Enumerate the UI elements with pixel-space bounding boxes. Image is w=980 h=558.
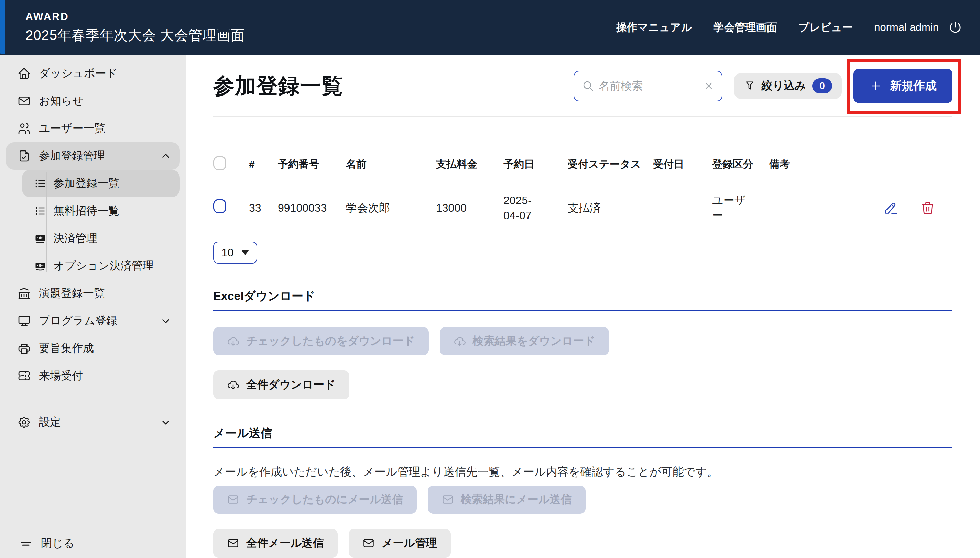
sidebar-item-registration-mgmt[interactable]: 参加登録管理 [6, 142, 180, 170]
mail-icon [17, 94, 31, 108]
select-all-checkbox[interactable] [213, 156, 226, 171]
download-checked-label: チェックしたものをダウンロード [246, 334, 415, 349]
col-name: 名前 [346, 141, 436, 185]
home-icon [17, 67, 31, 80]
left-accent-bar [0, 0, 5, 54]
filter-label: 絞り込み [762, 78, 806, 94]
search-input[interactable] [599, 80, 698, 92]
cloud-download-icon [227, 335, 239, 347]
col-reserved-date: 予約日 [503, 141, 568, 185]
chevron-up-icon [160, 150, 172, 162]
list-icon [34, 205, 46, 217]
cell-name: 学会次郎 [346, 185, 436, 231]
table-row: 33 99100033 学会次郎 13000 2025-04-07 支払済 ユー… [213, 185, 952, 231]
page-size-select[interactable]: 10 [213, 241, 257, 264]
sidebar-item-users[interactable]: ユーザー一覧 [6, 115, 180, 142]
sidebar-item-label: 参加登録管理 [39, 148, 105, 164]
funnel-icon [744, 80, 755, 92]
create-label: 新規作成 [890, 78, 937, 94]
mail-icon [227, 537, 239, 550]
col-number: # [249, 141, 278, 185]
cash-icon [34, 232, 46, 245]
mail-all-button[interactable]: 全件メール送信 [213, 529, 338, 558]
sidebar-tree-line [46, 172, 47, 272]
mail-search-label: 検索結果にメール送信 [461, 492, 572, 507]
cell-number: 33 [249, 185, 278, 231]
cell-accepted-date [653, 185, 712, 231]
sidebar-subitem-label: 決済管理 [53, 231, 97, 246]
table-header-row: # 予約番号 名前 支払料金 予約日 受付ステータス 受付日 登録区分 備考 [213, 141, 952, 185]
header-nav: 操作マニュアル 学会管理画面 プレビュー normal admin [616, 20, 963, 35]
controls: 絞り込み 0 新規作成 [574, 69, 953, 103]
mail-icon [362, 537, 375, 550]
bank-icon [17, 287, 31, 300]
sidebar-subitem-payment-mgmt[interactable]: 決済管理 [22, 225, 180, 252]
sidebar-item-notices[interactable]: お知らせ [6, 87, 180, 115]
filter-count-badge: 0 [812, 78, 832, 94]
title-row: 参加登録一覧 絞り込み 0 [213, 69, 952, 103]
main-content: 参加登録一覧 絞り込み 0 [186, 55, 980, 558]
sidebar-subitem-free-invite-list[interactable]: 無料招待一覧 [22, 197, 180, 225]
brand-logo: AWARD [25, 11, 245, 22]
col-status: 受付ステータス [568, 141, 653, 185]
mail-manage-button[interactable]: メール管理 [349, 529, 451, 558]
sidebar-item-label: お知らせ [39, 94, 84, 108]
gear-icon [17, 415, 31, 429]
filter-button[interactable]: 絞り込み 0 [734, 73, 842, 99]
mail-checked-label: チェックしたものにメール送信 [246, 492, 403, 507]
excel-all-row: 全件ダウンロード [213, 370, 952, 399]
list-icon [34, 177, 46, 190]
mail-manage-label: メール管理 [381, 536, 437, 551]
sidebar-subitem-option-payment-mgmt[interactable]: オプション決済管理 [22, 252, 180, 280]
edit-icon[interactable] [883, 200, 899, 216]
ticket-icon [17, 369, 31, 383]
mail-all-label: 全件メール送信 [246, 536, 324, 551]
sidebar-item-label: 設定 [39, 415, 61, 430]
create-button[interactable]: 新規作成 [853, 69, 952, 103]
mail-actions-row: 全件メール送信 メール管理 [213, 529, 952, 558]
sidebar-item-dashboard[interactable]: ダッシュボード [6, 60, 180, 87]
user-name: normal admin [874, 21, 939, 34]
search-icon [582, 80, 594, 92]
app-title: 2025年春季年次大会 大会管理画面 [25, 26, 245, 45]
excel-section-title: Excelダウンロード [213, 288, 952, 311]
download-all-button[interactable]: 全件ダウンロード [213, 370, 349, 399]
col-category: 登録区分 [712, 141, 769, 185]
chevron-down-icon [160, 417, 172, 428]
clear-search-icon[interactable] [703, 80, 714, 91]
user-area: normal admin [874, 20, 963, 35]
sidebar-item-presentation-list[interactable]: 演題登録一覧 [6, 280, 180, 307]
sidebar-collapse-button[interactable]: 閉じる [0, 530, 186, 557]
col-reservation-no: 予約番号 [278, 141, 346, 185]
cell-reservation-no: 99100033 [278, 185, 346, 231]
sidebar-item-settings[interactable]: 設定 [6, 409, 180, 436]
mail-icon [442, 493, 454, 506]
cell-category: ユーザー [712, 185, 769, 231]
sidebar: ダッシュボード お知らせ ユーザー一覧 参加登録管理 [0, 55, 186, 558]
users-icon [17, 121, 31, 135]
chevron-down-icon [160, 315, 172, 327]
title-divider [213, 116, 952, 117]
sidebar-item-label: ダッシュボード [39, 66, 118, 81]
nav-society-admin[interactable]: 学会管理画面 [713, 20, 777, 35]
registration-table: # 予約番号 名前 支払料金 予約日 受付ステータス 受付日 登録区分 備考 3… [213, 141, 952, 231]
sidebar-collapse-label: 閉じる [41, 536, 75, 551]
sidebar-subitem-registration-list[interactable]: 参加登録一覧 [22, 170, 180, 197]
nav-operation-manual[interactable]: 操作マニュアル [616, 20, 692, 35]
col-payment: 支払料金 [436, 141, 503, 185]
brand: AWARD 2025年春季年次大会 大会管理画面 [25, 11, 245, 45]
power-icon[interactable] [948, 20, 963, 35]
row-actions [814, 200, 952, 216]
sidebar-item-onsite-reception[interactable]: 来場受付 [6, 362, 180, 390]
delete-icon[interactable] [920, 200, 935, 215]
sidebar-item-program-registration[interactable]: プログラム登録 [6, 307, 180, 335]
sidebar-item-abstract-book[interactable]: 要旨集作成 [6, 335, 180, 362]
create-wrap: 新規作成 [853, 69, 952, 103]
nav-preview[interactable]: プレビュー [798, 20, 853, 35]
sidebar-item-label: 演題登録一覧 [39, 286, 105, 301]
sidebar-item-label: 要旨集作成 [39, 341, 94, 356]
sidebar-subitem-label: 参加登録一覧 [53, 176, 119, 191]
page-size-value: 10 [222, 246, 234, 259]
search-box [574, 71, 722, 101]
row-checkbox[interactable] [213, 199, 226, 213]
